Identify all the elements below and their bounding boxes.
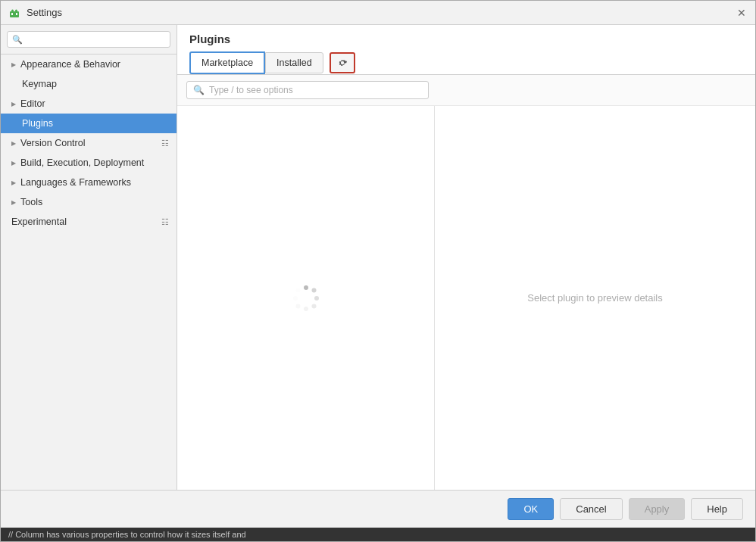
sidebar-search-wrapper[interactable]: 🔍 (7, 31, 170, 48)
svg-point-7 (314, 296, 319, 301)
ok-button[interactable]: OK (508, 498, 554, 520)
plugin-list (177, 106, 435, 490)
sidebar-item-label: Appearance & Behavior (20, 59, 120, 70)
title-bar-left: Settings (8, 7, 62, 19)
svg-rect-3 (11, 13, 13, 15)
svg-point-9 (304, 307, 308, 311)
sidebar-search-box: 🔍 (1, 25, 177, 55)
sidebar-item-keymap[interactable]: Keymap (1, 74, 177, 94)
svg-point-10 (295, 304, 300, 308)
plugins-header: Plugins Marketplace Installed (177, 25, 755, 75)
plugin-content: Select plugin to preview details (177, 106, 755, 490)
plugin-detail: Select plugin to preview details (435, 106, 755, 490)
sidebar-item-languages[interactable]: Languages & Frameworks (1, 173, 177, 192)
app-icon (8, 7, 20, 19)
title-bar: Settings ✕ (1, 1, 755, 25)
right-panel: Plugins Marketplace Installed 🔍 (177, 25, 755, 490)
svg-point-2 (15, 9, 17, 11)
svg-rect-4 (16, 13, 17, 15)
sidebar-search-icon: 🔍 (12, 35, 23, 45)
loading-spinner (292, 285, 320, 312)
sidebar-item-label: Build, Execution, Deployment (20, 157, 144, 168)
sidebar-item-label: Plugins (22, 118, 53, 129)
sidebar-item-label: Keymap (22, 79, 57, 89)
sidebar-item-label: Experimental (11, 216, 67, 227)
plugin-search-input[interactable] (209, 85, 422, 95)
sidebar-item-label: Editor (20, 98, 45, 109)
sidebar-search-input[interactable] (26, 34, 165, 45)
tab-installed[interactable]: Installed (265, 52, 323, 73)
svg-point-11 (293, 296, 298, 301)
sidebar-item-label: Tools (20, 197, 42, 207)
sidebar-item-build[interactable]: Build, Execution, Deployment (1, 153, 177, 173)
sidebar-item-experimental[interactable]: Experimental ☷ (1, 212, 177, 232)
svg-point-1 (11, 9, 14, 11)
gear-icon (337, 58, 348, 68)
svg-point-5 (304, 285, 308, 290)
status-bar: // Column has various properties to cont… (1, 528, 755, 541)
version-control-mod-icon: ☷ (161, 139, 169, 148)
cancel-button[interactable]: Cancel (560, 498, 622, 520)
plugin-detail-placeholder: Select plugin to preview details (527, 292, 663, 304)
status-text: // Column has various properties to cont… (8, 530, 246, 539)
close-button[interactable]: ✕ (736, 7, 748, 19)
svg-point-8 (311, 304, 316, 308)
tab-marketplace[interactable]: Marketplace (189, 51, 265, 74)
sidebar-item-appearance[interactable]: Appearance & Behavior (1, 55, 177, 74)
experimental-mod-icon: ☷ (161, 217, 169, 227)
sidebar-item-version-control[interactable]: Version Control ☷ (1, 133, 177, 153)
svg-rect-0 (10, 11, 19, 17)
sidebar: 🔍 Appearance & Behavior Keymap Editor Pl… (1, 25, 177, 490)
main-content: 🔍 Appearance & Behavior Keymap Editor Pl… (1, 25, 755, 490)
apply-button[interactable]: Apply (629, 498, 686, 520)
sidebar-item-label: Version Control (20, 138, 85, 148)
gear-settings-button[interactable] (330, 52, 355, 73)
sidebar-item-editor[interactable]: Editor (1, 94, 177, 114)
plugins-title: Plugins (189, 33, 743, 45)
svg-point-12 (295, 288, 300, 292)
plugin-search-area: 🔍 (177, 75, 755, 106)
svg-point-6 (311, 288, 316, 292)
bottom-bar: OK Cancel Apply Help (1, 490, 755, 528)
plugin-search-wrapper[interactable]: 🔍 (186, 81, 429, 99)
plugins-tabs: Marketplace Installed (189, 51, 743, 74)
help-button[interactable]: Help (691, 498, 743, 520)
sidebar-item-label: Languages & Frameworks (20, 177, 131, 188)
dialog-title: Settings (27, 7, 62, 18)
sidebar-item-tools[interactable]: Tools (1, 192, 177, 212)
settings-dialog: Settings ✕ 🔍 Appearance & Behavior Keyma… (0, 0, 756, 542)
plugin-search-icon: 🔍 (193, 85, 205, 95)
sidebar-item-plugins[interactable]: Plugins (1, 114, 177, 133)
